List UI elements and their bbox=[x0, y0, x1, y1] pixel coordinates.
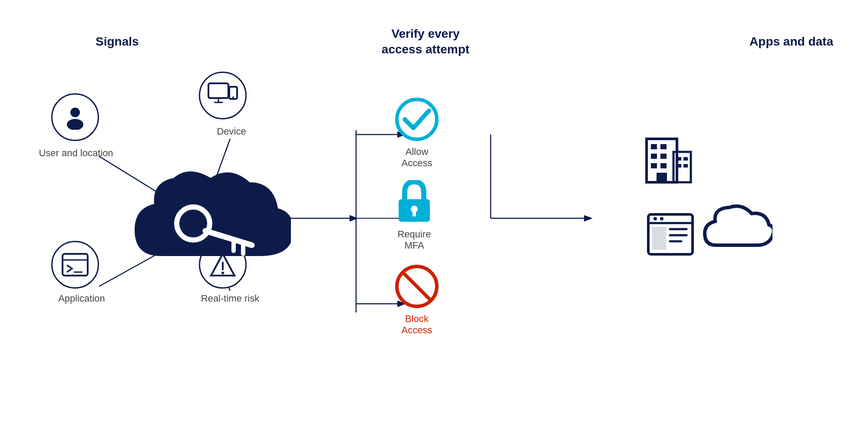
user-location-label: User and location bbox=[35, 148, 117, 159]
terminal-icon bbox=[62, 253, 89, 276]
office-building-icon bbox=[642, 135, 694, 193]
svg-rect-31 bbox=[413, 210, 416, 217]
svg-point-17 bbox=[232, 96, 234, 98]
browser-svg bbox=[647, 213, 694, 256]
device-icon bbox=[208, 82, 238, 108]
signals-header: Signals bbox=[96, 35, 139, 49]
svg-rect-36 bbox=[660, 144, 667, 149]
allow-label: AllowAccess bbox=[402, 146, 432, 169]
building-svg bbox=[642, 135, 694, 191]
device-label: Device bbox=[203, 126, 260, 137]
svg-rect-44 bbox=[683, 157, 688, 161]
application-label: Application bbox=[43, 293, 121, 304]
cloud-svg bbox=[126, 161, 291, 278]
block-access-outcome: BlockAccess bbox=[395, 265, 439, 336]
block-label: BlockAccess bbox=[402, 313, 432, 336]
cloud-key-icon bbox=[126, 161, 291, 279]
svg-rect-37 bbox=[651, 154, 657, 159]
apps-header: Apps and data bbox=[749, 35, 833, 49]
require-mfa-outcome: RequireMFA bbox=[395, 180, 433, 251]
svg-point-49 bbox=[653, 217, 657, 220]
block-icon bbox=[395, 265, 439, 308]
svg-rect-39 bbox=[651, 163, 657, 168]
svg-point-50 bbox=[660, 217, 663, 220]
svg-rect-41 bbox=[657, 173, 667, 182]
verify-header: Verify every access attempt bbox=[356, 26, 495, 58]
svg-rect-35 bbox=[651, 144, 657, 149]
cloud-storage-icon bbox=[703, 204, 772, 253]
device-icon-circle bbox=[199, 72, 247, 119]
user-location-icon-circle bbox=[51, 93, 99, 141]
application-icon-circle bbox=[51, 241, 99, 289]
svg-point-12 bbox=[67, 119, 83, 130]
allow-icon bbox=[395, 98, 439, 141]
svg-point-11 bbox=[70, 108, 80, 117]
svg-rect-51 bbox=[653, 227, 666, 249]
allow-access-outcome: AllowAccess bbox=[395, 98, 439, 169]
svg-rect-46 bbox=[683, 164, 688, 168]
svg-rect-40 bbox=[660, 163, 667, 168]
svg-rect-13 bbox=[208, 83, 228, 98]
mfa-label: RequireMFA bbox=[397, 229, 431, 251]
cloud-apps-svg bbox=[703, 204, 772, 252]
svg-rect-38 bbox=[660, 154, 667, 159]
risk-label: Real-time risk bbox=[195, 293, 265, 304]
svg-line-33 bbox=[405, 274, 429, 299]
diagram-container: Signals Verify every access attempt Apps… bbox=[0, 0, 868, 437]
browser-icon bbox=[647, 213, 694, 258]
svg-rect-43 bbox=[677, 157, 681, 161]
svg-rect-45 bbox=[677, 164, 681, 168]
person-icon bbox=[63, 105, 88, 130]
lock-icon bbox=[395, 180, 433, 223]
